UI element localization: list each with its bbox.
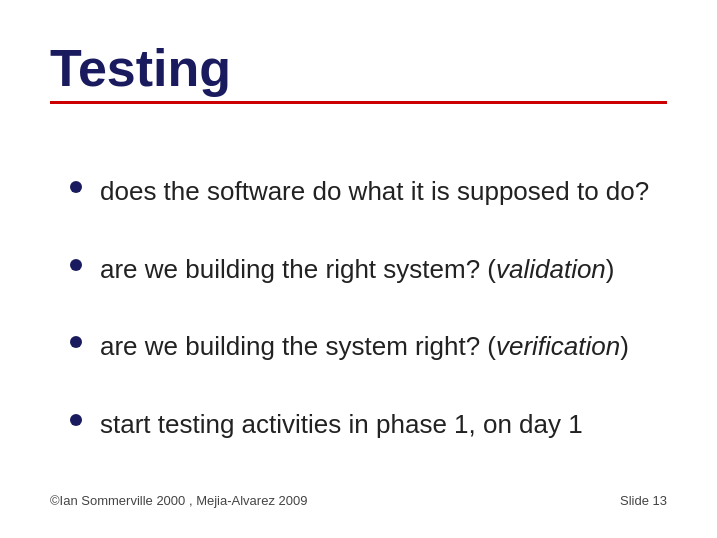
bullet-icon: [70, 259, 82, 271]
bullet-text-2: are we building the right system? (valid…: [100, 251, 615, 287]
slide: Testing does the software do what it is …: [0, 0, 717, 538]
title-section: Testing: [50, 40, 667, 124]
bullet-text-1: does the software do what it is supposed…: [100, 173, 649, 209]
list-item: start testing activities in phase 1, on …: [70, 406, 667, 442]
bullet-text-4: start testing activities in phase 1, on …: [100, 406, 583, 442]
footer-slide-number: Slide 13: [620, 493, 667, 508]
bullet-text-3: are we building the system right? (verif…: [100, 328, 629, 364]
slide-title: Testing: [50, 40, 667, 97]
list-item: are we building the system right? (verif…: [70, 328, 667, 364]
footer: ©Ian Sommerville 2000 , Mejia-Alvarez 20…: [50, 483, 667, 508]
list-item: are we building the right system? (valid…: [70, 251, 667, 287]
bullet-icon: [70, 414, 82, 426]
footer-copyright: ©Ian Sommerville 2000 , Mejia-Alvarez 20…: [50, 493, 307, 508]
content-area: does the software do what it is supposed…: [50, 132, 667, 483]
list-item: does the software do what it is supposed…: [70, 173, 667, 209]
bullet-icon: [70, 181, 82, 193]
bullet-icon: [70, 336, 82, 348]
title-underline: [50, 101, 667, 104]
